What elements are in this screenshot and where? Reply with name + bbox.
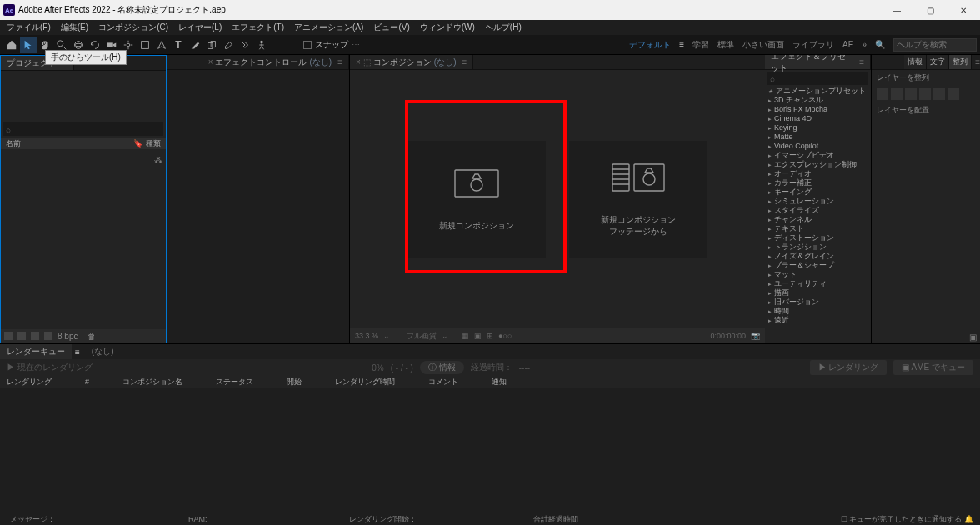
rq-menu-icon[interactable]: ≡ xyxy=(75,348,80,357)
new-composition-card[interactable]: 新規コンポジション xyxy=(408,141,546,258)
workspace-menu-icon[interactable]: ≡ xyxy=(679,40,684,49)
effects-category[interactable]: マット xyxy=(765,270,871,279)
workspace-default[interactable]: デフォルト xyxy=(629,39,671,51)
home-tool[interactable] xyxy=(3,37,20,53)
rq-col-comment[interactable]: コメント xyxy=(428,377,458,388)
workspace-library[interactable]: ライブラリ xyxy=(792,39,834,51)
composition-tab[interactable]: × ⬚ コンポジション (なし) ≡ xyxy=(350,55,473,69)
mask-icon[interactable]: ▣ xyxy=(474,332,482,340)
effects-category[interactable]: イマーシブビデオ xyxy=(765,151,871,160)
pen-tool[interactable] xyxy=(153,37,170,53)
workspace-standard[interactable]: 標準 xyxy=(718,39,734,51)
effects-search-input[interactable] xyxy=(777,74,866,83)
menu-layer[interactable]: レイヤー(L) xyxy=(175,22,225,33)
grid-icon[interactable]: ▦ xyxy=(462,332,469,340)
align-hcenter-button[interactable] xyxy=(891,88,902,100)
rq-col-start[interactable]: 開始 xyxy=(287,377,302,388)
effects-category[interactable]: Keying xyxy=(765,123,871,132)
clone-tool[interactable] xyxy=(203,37,220,53)
effects-category[interactable]: Video Copilot xyxy=(765,142,871,151)
workspace-small[interactable]: 小さい画面 xyxy=(742,39,784,51)
menu-effect[interactable]: エフェクト(T) xyxy=(228,22,288,33)
quality[interactable]: フル画質 xyxy=(407,331,437,342)
menu-composition[interactable]: コンポジション(C) xyxy=(95,22,172,33)
eraser-tool[interactable] xyxy=(220,37,237,53)
effects-search[interactable]: ⌕ xyxy=(768,72,868,85)
puppet-tool[interactable] xyxy=(253,37,270,53)
roto-tool[interactable] xyxy=(237,37,253,53)
render-queue-tab[interactable]: レンダーキュー xyxy=(0,344,72,359)
rq-col-index[interactable]: # xyxy=(85,378,89,386)
effects-category[interactable]: Cinema 4D xyxy=(765,114,871,123)
rq-col-render[interactable]: レンダリング xyxy=(7,377,52,388)
info-tab[interactable]: 情報 xyxy=(904,55,927,69)
new-comp-button[interactable] xyxy=(31,332,39,340)
effects-category[interactable]: エクスプレッション制御 xyxy=(765,160,871,169)
selection-tool[interactable] xyxy=(20,37,37,53)
menu-edit[interactable]: 編集(E) xyxy=(58,22,92,33)
workspace-ae-icon[interactable]: AE xyxy=(842,40,853,49)
snap-control[interactable]: スナップ ⋯ xyxy=(303,39,360,51)
effects-category[interactable]: チャンネル xyxy=(765,215,871,224)
snap-checkbox[interactable] xyxy=(303,41,312,49)
ame-queue-button[interactable]: ▣ AME でキュー xyxy=(893,360,973,375)
effects-category[interactable]: 旧バージョン xyxy=(765,298,871,307)
interpret-button[interactable] xyxy=(4,332,12,340)
workspace-more[interactable]: » xyxy=(862,40,867,49)
zoom-level[interactable]: 33.3 % xyxy=(355,332,378,340)
align-right-button[interactable] xyxy=(905,88,917,100)
snap-options-icon[interactable]: ⋯ xyxy=(352,40,360,49)
menu-help[interactable]: ヘルプ(H) xyxy=(482,22,525,33)
delete-button[interactable]: 🗑 xyxy=(88,332,96,341)
align-bottom-button[interactable] xyxy=(948,88,959,100)
close-button[interactable]: ✕ xyxy=(947,0,980,20)
effects-category[interactable]: オーディオ xyxy=(765,169,871,178)
effects-category[interactable]: Matte xyxy=(765,132,871,142)
new-comp-from-footage-card[interactable]: 新規コンポジション フッテージから xyxy=(569,141,708,258)
align-left-button[interactable] xyxy=(877,88,888,100)
effects-category[interactable]: トランジション xyxy=(765,242,871,252)
col-type[interactable]: 種類 xyxy=(146,138,161,149)
col-name[interactable]: 名前 xyxy=(6,138,21,149)
flow-icon[interactable]: ⁂ xyxy=(154,156,162,165)
effects-category[interactable]: カラー補正 xyxy=(765,178,871,188)
effects-category[interactable]: アニメーションプリセット xyxy=(765,87,871,96)
minimize-button[interactable]: — xyxy=(880,0,913,20)
workspace-learn[interactable]: 学習 xyxy=(692,39,709,51)
effects-category[interactable]: 遠近 xyxy=(765,316,871,325)
camera-icon[interactable]: 📷 xyxy=(751,332,760,340)
col-tag-icon[interactable]: 🔖 xyxy=(133,139,142,148)
menu-file[interactable]: ファイル(F) xyxy=(3,22,54,33)
shape-tool[interactable] xyxy=(137,37,153,53)
align-tab[interactable]: 整列 xyxy=(949,55,972,69)
effects-category[interactable]: ディストーション xyxy=(765,233,871,242)
effect-controls-tab[interactable]: × エフェクトコントロール (なし) ≡ xyxy=(202,55,349,69)
rq-col-compname[interactable]: コンポジション名 xyxy=(122,377,182,388)
align-menu-icon[interactable]: ≡ xyxy=(975,58,980,67)
effects-category[interactable]: スタイライズ xyxy=(765,206,871,215)
text-tool[interactable]: T xyxy=(170,37,187,53)
effects-category[interactable]: ブラー＆シャープ xyxy=(765,261,871,270)
align-top-button[interactable] xyxy=(919,88,931,100)
rq-col-status[interactable]: ステータス xyxy=(216,377,253,388)
effects-category[interactable]: シミュレーション xyxy=(765,197,871,206)
effects-category[interactable]: ノイズ＆グレイン xyxy=(765,252,871,261)
bpc-label[interactable]: 8 bpc xyxy=(58,332,78,341)
effects-category[interactable]: 描画 xyxy=(765,288,871,298)
effects-presets-tab[interactable]: エフェクト＆プリセット≡ xyxy=(765,55,871,69)
render-button[interactable]: ▶ レンダリング xyxy=(810,360,888,375)
help-search-input[interactable] xyxy=(897,40,973,49)
effects-category[interactable]: テキスト xyxy=(765,224,871,233)
help-search[interactable] xyxy=(893,38,977,52)
effects-category[interactable]: 時間 xyxy=(765,307,871,316)
channel-icon[interactable]: ●○○ xyxy=(498,332,512,340)
timecode[interactable]: 0:00:00:00 xyxy=(710,332,746,340)
rq-col-notify[interactable]: 通知 xyxy=(492,377,507,388)
effects-category[interactable]: Boris FX Mocha xyxy=(765,105,871,114)
effects-category[interactable]: 3D チャンネル xyxy=(765,96,871,105)
menu-animation[interactable]: アニメーション(A) xyxy=(291,22,367,33)
effects-category[interactable]: キーイング xyxy=(765,188,871,197)
guide-icon[interactable]: ⊞ xyxy=(487,332,493,340)
project-search-input[interactable] xyxy=(13,125,161,134)
settings-button[interactable] xyxy=(44,332,52,340)
